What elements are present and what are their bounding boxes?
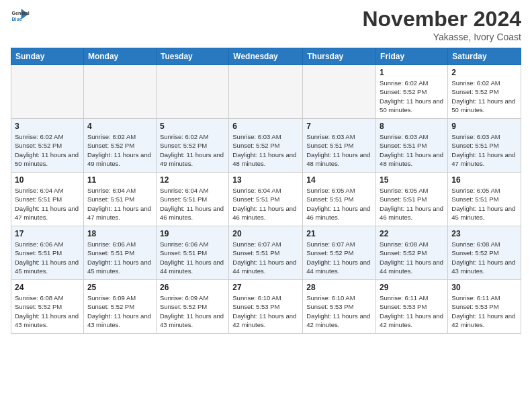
calendar-cell bbox=[303, 65, 376, 119]
calendar-cell bbox=[11, 65, 84, 119]
calendar-cell: 20Sunrise: 6:07 AMSunset: 5:51 PMDayligh… bbox=[229, 226, 303, 280]
day-number: 8 bbox=[380, 122, 444, 131]
day-number: 9 bbox=[451, 122, 517, 131]
day-info: Sunrise: 6:02 AMSunset: 5:52 PMDaylight:… bbox=[451, 79, 517, 114]
calendar-cell: 14Sunrise: 6:05 AMSunset: 5:51 PMDayligh… bbox=[303, 173, 376, 226]
calendar-cell: 2Sunrise: 6:02 AMSunset: 5:52 PMDaylight… bbox=[448, 65, 521, 119]
calendar-cell bbox=[83, 65, 156, 119]
day-number: 1 bbox=[380, 68, 444, 77]
calendar-cell: 4Sunrise: 6:02 AMSunset: 5:52 PMDaylight… bbox=[83, 119, 156, 173]
calendar-cell: 28Sunrise: 6:10 AMSunset: 5:53 PMDayligh… bbox=[303, 280, 376, 334]
day-info: Sunrise: 6:08 AMSunset: 5:52 PMDaylight:… bbox=[380, 240, 444, 275]
day-info: Sunrise: 6:09 AMSunset: 5:52 PMDaylight:… bbox=[87, 293, 152, 329]
calendar-cell: 18Sunrise: 6:06 AMSunset: 5:51 PMDayligh… bbox=[83, 226, 156, 280]
calendar-cell: 30Sunrise: 6:11 AMSunset: 5:53 PMDayligh… bbox=[448, 280, 521, 334]
calendar-cell: 22Sunrise: 6:08 AMSunset: 5:52 PMDayligh… bbox=[376, 226, 448, 280]
day-info: Sunrise: 6:02 AMSunset: 5:52 PMDaylight:… bbox=[380, 79, 444, 114]
day-info: Sunrise: 6:03 AMSunset: 5:51 PMDaylight:… bbox=[306, 132, 372, 168]
month-title: November 2024 bbox=[362, 7, 521, 32]
day-number: 11 bbox=[87, 175, 152, 185]
calendar-cell: 21Sunrise: 6:07 AMSunset: 5:52 PMDayligh… bbox=[303, 226, 376, 280]
calendar-cell: 8Sunrise: 6:03 AMSunset: 5:51 PMDaylight… bbox=[376, 119, 448, 173]
day-info: Sunrise: 6:11 AMSunset: 5:53 PMDaylight:… bbox=[380, 293, 444, 329]
day-number: 25 bbox=[87, 283, 152, 292]
page: General Blue November 2024 Yakasse, Ivor… bbox=[0, 0, 532, 340]
calendar-cell bbox=[229, 65, 303, 119]
calendar-cell: 9Sunrise: 6:03 AMSunset: 5:51 PMDaylight… bbox=[448, 119, 521, 173]
day-info: Sunrise: 6:08 AMSunset: 5:52 PMDaylight:… bbox=[15, 293, 80, 329]
day-info: Sunrise: 6:04 AMSunset: 5:51 PMDaylight:… bbox=[15, 186, 80, 222]
calendar-cell: 7Sunrise: 6:03 AMSunset: 5:51 PMDaylight… bbox=[303, 119, 376, 173]
col-monday: Monday bbox=[83, 48, 156, 65]
day-info: Sunrise: 6:07 AMSunset: 5:52 PMDaylight:… bbox=[306, 240, 372, 275]
calendar-cell: 16Sunrise: 6:05 AMSunset: 5:51 PMDayligh… bbox=[448, 173, 521, 226]
day-number: 7 bbox=[306, 122, 372, 131]
col-sunday: Sunday bbox=[11, 48, 84, 65]
calendar-cell: 15Sunrise: 6:05 AMSunset: 5:51 PMDayligh… bbox=[376, 173, 448, 226]
logo: General Blue bbox=[11, 7, 30, 26]
location: Yakasse, Ivory Coast bbox=[362, 32, 521, 42]
calendar-cell: 26Sunrise: 6:09 AMSunset: 5:52 PMDayligh… bbox=[156, 280, 228, 334]
col-tuesday: Tuesday bbox=[156, 48, 228, 65]
day-number: 12 bbox=[160, 175, 225, 185]
calendar-week-row: 10Sunrise: 6:04 AMSunset: 5:51 PMDayligh… bbox=[11, 173, 521, 226]
day-info: Sunrise: 6:11 AMSunset: 5:53 PMDaylight:… bbox=[451, 293, 517, 329]
day-number: 24 bbox=[15, 283, 80, 292]
day-number: 23 bbox=[451, 229, 517, 238]
day-info: Sunrise: 6:02 AMSunset: 5:52 PMDaylight:… bbox=[87, 132, 152, 168]
day-number: 4 bbox=[87, 122, 152, 131]
day-info: Sunrise: 6:06 AMSunset: 5:51 PMDaylight:… bbox=[87, 240, 152, 275]
day-info: Sunrise: 6:05 AMSunset: 5:51 PMDaylight:… bbox=[306, 186, 372, 222]
day-info: Sunrise: 6:04 AMSunset: 5:51 PMDaylight:… bbox=[87, 186, 152, 222]
day-number: 5 bbox=[160, 122, 225, 131]
day-number: 14 bbox=[306, 175, 372, 185]
day-info: Sunrise: 6:06 AMSunset: 5:51 PMDaylight:… bbox=[160, 240, 225, 275]
day-number: 22 bbox=[380, 229, 444, 238]
calendar-cell: 1Sunrise: 6:02 AMSunset: 5:52 PMDaylight… bbox=[376, 65, 448, 119]
calendar-cell: 27Sunrise: 6:10 AMSunset: 5:53 PMDayligh… bbox=[229, 280, 303, 334]
svg-rect-0 bbox=[11, 7, 30, 26]
day-info: Sunrise: 6:07 AMSunset: 5:51 PMDaylight:… bbox=[232, 240, 299, 275]
calendar-cell: 5Sunrise: 6:02 AMSunset: 5:52 PMDaylight… bbox=[156, 119, 228, 173]
calendar-week-row: 24Sunrise: 6:08 AMSunset: 5:52 PMDayligh… bbox=[11, 280, 521, 334]
svg-text:General: General bbox=[12, 11, 30, 15]
day-info: Sunrise: 6:10 AMSunset: 5:53 PMDaylight:… bbox=[232, 293, 299, 329]
calendar-cell: 24Sunrise: 6:08 AMSunset: 5:52 PMDayligh… bbox=[11, 280, 84, 334]
day-info: Sunrise: 6:08 AMSunset: 5:52 PMDaylight:… bbox=[451, 240, 517, 275]
calendar-cell: 10Sunrise: 6:04 AMSunset: 5:51 PMDayligh… bbox=[11, 173, 84, 226]
day-info: Sunrise: 6:04 AMSunset: 5:51 PMDaylight:… bbox=[232, 186, 299, 222]
day-number: 6 bbox=[232, 122, 299, 131]
day-info: Sunrise: 6:03 AMSunset: 5:52 PMDaylight:… bbox=[232, 132, 299, 168]
day-number: 18 bbox=[87, 229, 152, 238]
calendar-cell: 19Sunrise: 6:06 AMSunset: 5:51 PMDayligh… bbox=[156, 226, 228, 280]
day-info: Sunrise: 6:10 AMSunset: 5:53 PMDaylight:… bbox=[306, 293, 372, 329]
day-number: 20 bbox=[232, 229, 299, 238]
day-number: 16 bbox=[451, 175, 517, 185]
calendar-cell bbox=[156, 65, 228, 119]
day-number: 30 bbox=[451, 283, 517, 292]
day-number: 3 bbox=[15, 122, 80, 131]
calendar-cell: 17Sunrise: 6:06 AMSunset: 5:51 PMDayligh… bbox=[11, 226, 84, 280]
day-number: 15 bbox=[380, 175, 444, 185]
header: General Blue November 2024 Yakasse, Ivor… bbox=[11, 7, 521, 42]
col-wednesday: Wednesday bbox=[229, 48, 303, 65]
day-number: 28 bbox=[306, 283, 372, 292]
day-info: Sunrise: 6:02 AMSunset: 5:52 PMDaylight:… bbox=[160, 132, 225, 168]
day-info: Sunrise: 6:06 AMSunset: 5:51 PMDaylight:… bbox=[15, 240, 80, 275]
day-number: 27 bbox=[232, 283, 299, 292]
calendar-week-row: 3Sunrise: 6:02 AMSunset: 5:52 PMDaylight… bbox=[11, 119, 521, 173]
logo-icon: General Blue bbox=[11, 7, 30, 26]
col-saturday: Saturday bbox=[448, 48, 521, 65]
calendar-cell: 13Sunrise: 6:04 AMSunset: 5:51 PMDayligh… bbox=[229, 173, 303, 226]
day-info: Sunrise: 6:09 AMSunset: 5:52 PMDaylight:… bbox=[160, 293, 225, 329]
calendar-week-row: 17Sunrise: 6:06 AMSunset: 5:51 PMDayligh… bbox=[11, 226, 521, 280]
day-number: 2 bbox=[451, 68, 517, 77]
calendar-cell: 6Sunrise: 6:03 AMSunset: 5:52 PMDaylight… bbox=[229, 119, 303, 173]
day-info: Sunrise: 6:04 AMSunset: 5:51 PMDaylight:… bbox=[160, 186, 225, 222]
title-block: November 2024 Yakasse, Ivory Coast bbox=[362, 7, 521, 42]
day-number: 29 bbox=[380, 283, 444, 292]
day-number: 21 bbox=[306, 229, 372, 238]
day-info: Sunrise: 6:03 AMSunset: 5:51 PMDaylight:… bbox=[451, 132, 517, 168]
day-number: 17 bbox=[15, 229, 80, 238]
calendar-cell: 23Sunrise: 6:08 AMSunset: 5:52 PMDayligh… bbox=[448, 226, 521, 280]
